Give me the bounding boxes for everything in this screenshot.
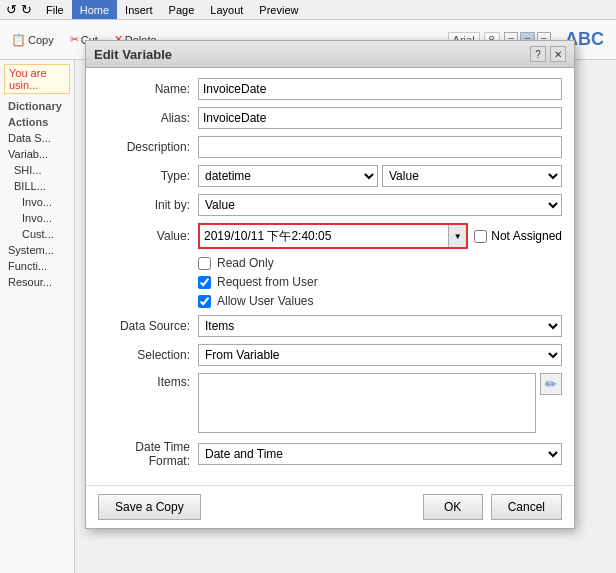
readonly-row: Read Only [198,256,562,270]
value-dropdown-arrow[interactable]: ▼ [448,225,466,247]
dialog-overlay: Edit Variable ? ✕ Name: Alias: Descripti… [75,30,616,573]
nav-icons: ↺ ↻ [0,2,38,17]
menu-page[interactable]: Page [161,0,203,19]
data-source-select[interactable]: Items [198,315,562,337]
items-label: Items: [98,373,198,389]
allow-user-values-checkbox[interactable] [198,295,211,308]
readonly-checkbox[interactable] [198,257,211,270]
sidebar: You are usin... Dictionary Actions Data … [0,60,75,573]
copy-label: Copy [28,34,54,46]
type-selects: datetime Value [198,165,562,187]
edit-items-button[interactable]: ✏ [540,373,562,395]
menu-preview[interactable]: Preview [251,0,306,19]
menu-file[interactable]: File [38,0,72,19]
sidebar-item-resour[interactable]: Resour... [4,274,70,290]
data-source-row: Data Source: Items [98,315,562,337]
dialog-title: Edit Variable [94,47,172,62]
items-row: Items: ✏ [98,373,562,433]
description-label: Description: [98,140,198,154]
selection-label: Selection: [98,348,198,362]
datetime-format-label: Date Time Format: [98,440,198,468]
data-source-label: Data Source: [98,319,198,333]
sidebar-item-functi[interactable]: Functi... [4,258,70,274]
allow-user-values-label: Allow User Values [217,294,313,308]
value-input-wrap: ▼ [198,223,468,249]
type-select-2[interactable]: Value [382,165,562,187]
items-textarea[interactable] [198,373,536,433]
dialog-title-bar: Edit Variable ? ✕ [86,41,574,68]
value-label: Value: [98,229,198,243]
allow-user-values-row: Allow User Values [198,294,562,308]
save-copy-button[interactable]: Save a Copy [98,494,201,520]
value-input-area: ▼ Not Assigned [198,223,562,249]
copy-button[interactable]: 📋 Copy [4,28,61,52]
selection-row: Selection: From Variable [98,344,562,366]
sidebar-item-invo1[interactable]: Invo... [4,194,70,210]
datetime-format-row: Date Time Format: Date and Time [98,440,562,468]
value-input[interactable] [200,225,448,247]
copy-icon: 📋 [11,33,26,47]
sidebar-item-data-source[interactable]: Data S... [4,130,70,146]
sidebar-item-bill[interactable]: BILL... [4,178,70,194]
cancel-button[interactable]: Cancel [491,494,562,520]
not-assigned-label: Not Assigned [491,229,562,243]
value-row: Value: ▼ Not Assigned [98,223,562,249]
sidebar-section-dictionary: Dictionary [4,98,70,114]
not-assigned-wrap: Not Assigned [474,229,562,243]
sidebar-item-cust[interactable]: Cust... [4,226,70,242]
readonly-label: Read Only [217,256,274,270]
ok-button[interactable]: OK [423,494,483,520]
request-from-user-checkbox[interactable] [198,276,211,289]
dialog-close-button[interactable]: ✕ [550,46,566,62]
dialog-controls: ? ✕ [530,46,566,62]
pencil-icon: ✏ [545,376,557,392]
sidebar-item-variable[interactable]: Variab... [4,146,70,162]
initby-label: Init by: [98,198,198,212]
menu-layout[interactable]: Layout [202,0,251,19]
name-input[interactable] [198,78,562,100]
selection-select[interactable]: From Variable [198,344,562,366]
dialog-footer: Save a Copy OK Cancel [86,485,574,528]
datetime-format-select[interactable]: Date and Time [198,443,562,465]
sidebar-item-system[interactable]: System... [4,242,70,258]
dialog-help-button[interactable]: ? [530,46,546,62]
description-row: Description: [98,136,562,158]
type-select-1[interactable]: datetime [198,165,378,187]
menu-bar: ↺ ↻ File Home Insert Page Layout Preview [0,0,616,20]
request-from-user-label: Request from User [217,275,318,289]
type-row: Type: datetime Value [98,165,562,187]
forward-icon[interactable]: ↻ [21,2,32,17]
alias-row: Alias: [98,107,562,129]
edit-variable-dialog: Edit Variable ? ✕ Name: Alias: Descripti… [85,40,575,529]
dialog-body: Name: Alias: Description: Type: datetime [86,68,574,485]
menu-home[interactable]: Home [72,0,117,19]
sidebar-item-invo2[interactable]: Invo... [4,210,70,226]
sidebar-section-actions: Actions [4,114,70,130]
not-assigned-checkbox[interactable] [474,230,487,243]
request-user-row: Request from User [198,275,562,289]
initby-row: Init by: Value [98,194,562,216]
items-content: ✏ [198,373,562,433]
back-icon[interactable]: ↺ [6,2,17,17]
sidebar-item-shi[interactable]: SHI... [4,162,70,178]
initby-select[interactable]: Value [198,194,562,216]
type-label: Type: [98,169,198,183]
banner: You are usin... [4,64,70,94]
name-label: Name: [98,82,198,96]
name-row: Name: [98,78,562,100]
alias-input[interactable] [198,107,562,129]
alias-label: Alias: [98,111,198,125]
description-input[interactable] [198,136,562,158]
menu-insert[interactable]: Insert [117,0,161,19]
